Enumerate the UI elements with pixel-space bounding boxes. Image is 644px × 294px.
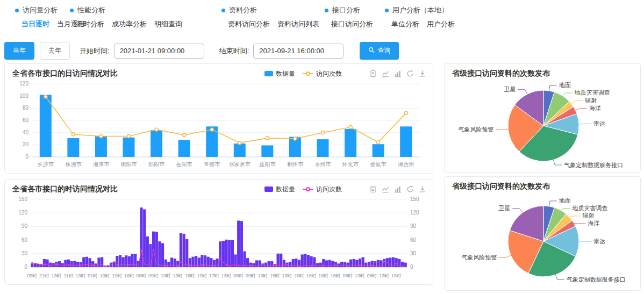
svg-text:60: 60	[410, 237, 417, 243]
hourly-chart-legend: 数据量访问次数	[257, 185, 342, 194]
legend-item[interactable]: 访问次数	[303, 185, 342, 194]
legend-item[interactable]: 数据量	[264, 185, 295, 194]
svg-text:海洋: 海洋	[589, 105, 601, 111]
svg-text:60: 60	[23, 117, 29, 123]
svg-text:地面: 地面	[559, 82, 571, 88]
svg-text:湘潭市: 湘潭市	[93, 161, 110, 167]
restore-icon[interactable]	[406, 185, 414, 193]
svg-text:09时: 09时	[246, 273, 256, 278]
last-year-button[interactable]: 去年	[40, 42, 70, 60]
line-chart-icon[interactable]	[382, 185, 389, 193]
nav-item[interactable]: 资料访问分析	[228, 20, 270, 28]
nav-group-title: 性能分析	[70, 5, 190, 15]
dashboard-page: 访问量分析当日逐时当月逐日性能分析耗时分析成功率分析明细查询资料分析资料访问分析…	[0, 0, 644, 294]
this-year-button[interactable]: 当年	[4, 42, 34, 60]
daily-chart-card: 全省各市接口的日访问情况对比 数据量访问次数 020406080100120长沙…	[4, 63, 433, 174]
svg-text:13时: 13时	[76, 273, 86, 278]
svg-text:雷达: 雷达	[593, 238, 605, 245]
query-button-label: 查询	[377, 46, 390, 55]
svg-text:08时: 08时	[233, 273, 244, 278]
nav-group-title: 用户分析（本地）	[385, 5, 462, 15]
hourly-chart-title: 全省各市接口的时访问情况对比	[12, 184, 257, 194]
svg-text:辐射: 辐射	[585, 97, 597, 104]
legend-item[interactable]: 访问次数	[303, 69, 342, 78]
nav-item[interactable]: 成功率分析	[112, 20, 147, 28]
nav-item[interactable]: 接口访问分析	[331, 20, 373, 28]
svg-text:90: 90	[22, 223, 28, 229]
svg-text:10时: 10时	[197, 273, 207, 278]
svg-text:岳阳市: 岳阳市	[176, 161, 193, 167]
svg-text:21时: 21时	[39, 273, 49, 278]
bullet-icon	[15, 9, 19, 12]
svg-text:长沙市: 长沙市	[38, 161, 54, 167]
bullet-icon	[70, 9, 74, 12]
daily-chart-legend: 数据量访问次数	[257, 69, 342, 78]
legend-label: 访问次数	[316, 69, 342, 78]
svg-text:气象定制数据服务接口: 气象定制数据服务接口	[564, 162, 623, 168]
svg-text:16时: 16时	[124, 273, 134, 278]
svg-text:13时: 13时	[257, 273, 268, 278]
svg-text:90: 90	[410, 223, 417, 229]
download-icon[interactable]	[419, 70, 426, 77]
nav-item[interactable]: 用户分析	[427, 20, 455, 28]
start-time-input[interactable]	[114, 44, 204, 59]
pie-chart-1: 地面地质灾害调查辐射海洋雷达气象定制数据服务接口气象风险预警卫星	[449, 80, 633, 170]
svg-text:郴州市: 郴州市	[287, 161, 304, 167]
svg-text:株洲市: 株洲市	[65, 161, 82, 167]
nav-item[interactable]: 资料访问列表	[277, 20, 319, 28]
svg-text:120: 120	[19, 81, 28, 87]
nav-item[interactable]: 单位分析	[391, 20, 419, 28]
svg-text:怀化市: 怀化市	[342, 161, 359, 167]
daily-chart-header: 全省各市接口的日访问情况对比 数据量访问次数	[5, 64, 433, 80]
legend-item[interactable]: 数据量	[264, 69, 295, 78]
download-icon[interactable]	[419, 185, 426, 193]
data-view-icon[interactable]	[369, 185, 377, 193]
nav-item[interactable]: 当日逐时	[22, 20, 49, 28]
nav-group-links: 资料访问分析资料访问列表	[228, 19, 327, 29]
svg-text:100: 100	[19, 93, 28, 99]
svg-text:衡阳市: 衡阳市	[120, 161, 138, 167]
svg-text:张家界市: 张家界市	[229, 161, 251, 167]
nav-item[interactable]: 明细查询	[154, 20, 182, 28]
svg-text:120: 120	[410, 210, 419, 216]
svg-text:15时: 15时	[270, 273, 280, 278]
svg-text:10时: 10时	[100, 273, 110, 278]
svg-text:13时: 13时	[355, 273, 365, 278]
bar-chart-icon[interactable]	[394, 185, 402, 193]
nav-item[interactable]: 耗时分析	[76, 20, 104, 28]
svg-text:13时: 13时	[51, 273, 61, 278]
svg-text:0: 0	[24, 264, 27, 270]
data-view-icon[interactable]	[369, 70, 377, 77]
svg-text:30: 30	[22, 250, 28, 256]
bar-chart-icon[interactable]	[394, 70, 402, 77]
nav-group: 性能分析耗时分析成功率分析明细查询	[70, 5, 190, 29]
end-time-input[interactable]	[253, 44, 344, 59]
svg-text:120: 120	[18, 210, 27, 216]
query-button[interactable]: 查询	[360, 42, 399, 60]
end-time-label: 结束时间:	[219, 46, 249, 56]
line-chart-icon[interactable]	[382, 70, 389, 77]
svg-text:13时: 13时	[282, 273, 292, 278]
nav-group-links: 单位分析用户分析	[391, 19, 462, 29]
svg-text:09时: 09时	[27, 273, 37, 278]
pie-card-1-header: 省级接口访问资料的次数发布	[445, 64, 640, 80]
daily-chart-title: 全省各市接口的日访问情况对比	[12, 69, 257, 78]
svg-text:16时: 16时	[318, 273, 328, 278]
bullet-icon	[385, 9, 389, 12]
legend-line-swatch	[303, 71, 313, 76]
pie-card-2-header: 省级接口访问资料的次数发布	[445, 177, 640, 192]
top-navigation: 访问量分析当日逐时当月逐日性能分析耗时分析成功率分析明细查询资料分析资料访问分析…	[0, 5, 644, 33]
svg-text:60: 60	[22, 237, 28, 243]
svg-text:08时: 08时	[136, 273, 146, 278]
svg-text:地面: 地面	[559, 197, 571, 204]
pie-chart-1-title: 省级接口访问资料的次数发布	[452, 69, 634, 78]
daily-chart: 020406080100120长沙市株洲市湘潭市衡阳市邵阳市岳阳市常德市张家界市…	[9, 80, 428, 170]
svg-text:11时: 11时	[63, 273, 73, 278]
svg-text:永州市: 永州市	[315, 161, 332, 167]
svg-text:辐射: 辐射	[582, 212, 594, 219]
svg-text:卫星: 卫星	[504, 86, 516, 92]
restore-icon[interactable]	[406, 70, 414, 77]
nav-group: 资料分析资料访问分析资料访问列表	[221, 5, 327, 29]
pie-chart-2: 地面地质灾害调查辐射海洋雷达气象定制数据服务接口气象风险预警卫星	[449, 192, 633, 288]
svg-text:17时: 17时	[209, 273, 219, 278]
